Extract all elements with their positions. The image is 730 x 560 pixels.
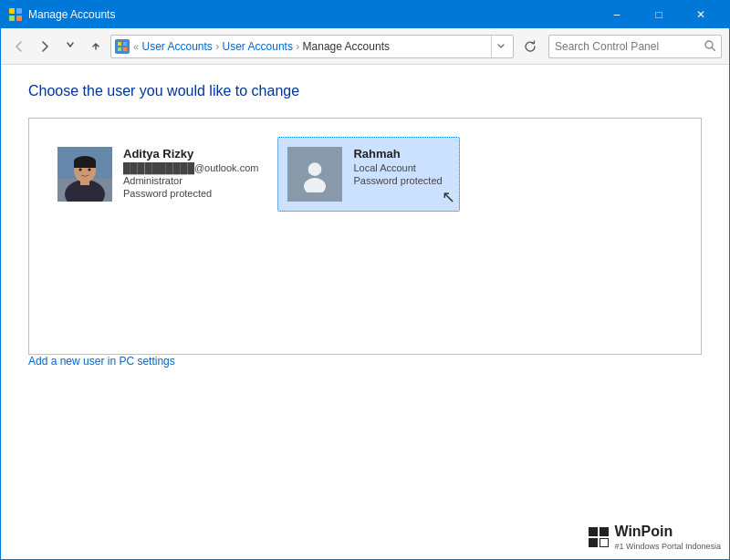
svg-rect-5 [123,42,127,46]
search-icon[interactable] [699,36,721,57]
main-window: Manage Accounts – □ ✕ [0,0,730,560]
sq4 [600,538,609,547]
watermark: WinPoin #1 Windows Portal Indonesia [589,524,721,551]
watermark-logo [589,527,609,547]
sq3 [589,538,598,547]
breadcrumb-link-2[interactable]: User Accounts [223,40,297,53]
user-name-rahmah: Rahmah [353,147,442,161]
cursor-indicator: ↖ [442,189,455,205]
maximize-button[interactable]: □ [638,1,680,28]
watermark-tagline: #1 Windows Portal Indonesia [614,542,721,551]
breadcrumb-sep: « [133,41,139,52]
svg-point-19 [308,162,322,176]
content-area: Choose the user you would like to change [1,65,729,559]
svg-point-16 [79,169,82,171]
breadcrumb-arrow-1: › [215,40,219,53]
user-name-aditya: Aditya Rizky [123,147,258,161]
page-title: Choose the user you would like to change [28,83,702,99]
user-avatar-rahmah [287,147,342,202]
user-card-rahmah[interactable]: Rahmah Local Account Password protected … [277,137,460,212]
sq2 [600,527,609,536]
user-info-rahmah: Rahmah Local Account Password protected [353,147,442,186]
window-icon [8,7,23,22]
svg-point-17 [89,169,91,171]
back-button[interactable] [8,36,30,57]
up-button[interactable] [85,36,107,57]
address-bar: « User Accounts › User Accounts › Manage… [110,35,514,58]
user-info-aditya: Aditya Rizky ██████████@outlook.com Admi… [123,147,258,199]
forward-button[interactable] [34,36,56,57]
refresh-button[interactable] [519,35,541,58]
user-type-rahmah: Local Account [353,162,442,173]
breadcrumb-link-1[interactable]: User Accounts [141,40,215,53]
svg-rect-1 [16,8,22,14]
accounts-container: Aditya Rizky ██████████@outlook.com Admi… [28,118,702,355]
watermark-squares-icon [589,527,609,547]
svg-rect-0 [9,8,15,14]
svg-rect-6 [118,47,121,51]
user-card-aditya[interactable]: Aditya Rizky ██████████@outlook.com Admi… [47,137,268,212]
svg-rect-2 [9,16,15,21]
add-user-link[interactable]: Add a new user in PC settings [28,355,175,368]
svg-rect-15 [74,161,96,168]
window-title: Manage Accounts [28,8,596,21]
user-protection-rahmah: Password protected [353,175,442,186]
svg-rect-3 [16,16,22,21]
recent-button[interactable] [59,36,81,57]
search-bar [548,35,722,58]
title-bar: Manage Accounts – □ ✕ [1,1,729,28]
search-input[interactable] [549,40,699,53]
navigation-bar: « User Accounts › User Accounts › Manage… [1,28,729,65]
user-email-aditya: ██████████@outlook.com [123,162,258,173]
user-type-aditya: Administrator [123,175,258,186]
window-controls: – □ ✕ [596,1,722,28]
close-button[interactable]: ✕ [680,1,722,28]
breadcrumb-arrow-2: › [296,40,299,53]
address-dropdown-button[interactable] [491,36,509,57]
breadcrumb-current: Manage Accounts [303,40,390,53]
minimize-button[interactable]: – [596,1,638,28]
watermark-brand: WinPoin [614,524,721,540]
svg-rect-7 [123,47,127,51]
control-panel-icon [115,39,130,54]
breadcrumb: « User Accounts › User Accounts › Manage… [133,40,487,53]
user-protection-aditya: Password protected [123,188,258,199]
svg-rect-4 [118,42,121,46]
sq1 [589,527,598,536]
user-avatar-aditya [57,147,112,202]
watermark-text-block: WinPoin #1 Windows Portal Indonesia [614,524,721,551]
